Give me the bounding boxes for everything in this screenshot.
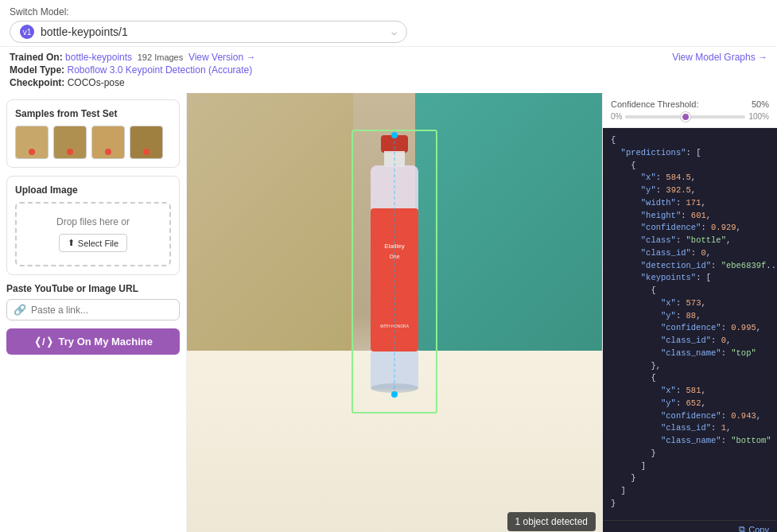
model-type: Model Type: Roboflow 3.0 Keypoint Detect… — [10, 64, 255, 76]
try-on-machine-button[interactable]: ❬/❭ Try On My Machine — [6, 328, 180, 355]
model-type-link[interactable]: Roboflow 3.0 Keypoint Detection (Accurat… — [67, 64, 252, 76]
view-version-link[interactable]: View Version → — [188, 52, 256, 63]
sidebar: Samples from Test Set Upload Image Drop … — [0, 93, 187, 532]
sample-thumb-2[interactable] — [53, 126, 87, 159]
drop-text: Drop files here or — [23, 216, 163, 227]
select-file-button[interactable]: ⬆ Select File — [59, 234, 127, 252]
version-badge: v1 — [20, 25, 34, 39]
url-input[interactable] — [31, 305, 173, 316]
checkpoint-value: COCOs-pose — [68, 77, 125, 88]
conf-slider-wrap: 0% 100% — [611, 112, 769, 121]
upload-title: Upload Image — [15, 184, 171, 196]
conf-track — [625, 115, 685, 118]
url-input-wrap: 🔗 — [6, 299, 180, 320]
link-icon: 🔗 — [14, 304, 26, 316]
upload-icon: ⬆ — [68, 238, 75, 248]
top-bar: Switch Model: v1 bottle-keypoints/1 ⌵ — [0, 0, 777, 47]
sample-thumb-1[interactable] — [15, 126, 49, 159]
image-count: 192 Images — [138, 52, 183, 62]
right-panel: Confidence Threshold: 50% 0% 100% { "pre… — [602, 93, 777, 532]
meta-section: Trained On: bottle-keypoints 192 Images … — [0, 47, 777, 93]
meta-left: Trained On: bottle-keypoints 192 Images … — [10, 52, 255, 88]
samples-title: Samples from Test Set — [15, 108, 171, 119]
switch-model-label: Switch Model: — [10, 6, 767, 17]
bottle-svg: Elailley One WITH HONORA bottle 93% — [351, 129, 438, 415]
try-btn-label: Try On My Machine — [59, 336, 153, 348]
drop-zone[interactable]: Drop files here or ⬆ Select File — [15, 202, 171, 266]
conf-value: 50% — [752, 99, 769, 109]
conf-slider[interactable] — [625, 115, 745, 118]
url-section: Paste YouTube or Image URL 🔗 — [6, 283, 180, 320]
conf-label: Confidence Threshold: — [611, 99, 698, 109]
model-selector[interactable]: v1 bottle-keypoints/1 ⌵ — [10, 21, 407, 43]
conf-thumb[interactable] — [681, 112, 690, 122]
checkpoint: Checkpoint: COCOs-pose — [10, 77, 255, 88]
copy-row: ⧉ Copy — [603, 520, 777, 532]
view-model-graphs-link[interactable]: View Model Graphs → — [672, 52, 767, 63]
trained-on: Trained On: bottle-keypoints 192 Images … — [10, 52, 255, 63]
conf-header: Confidence Threshold: 50% — [611, 99, 769, 109]
conf-max: 100% — [748, 112, 769, 121]
confidence-section: Confidence Threshold: 50% 0% 100% — [603, 93, 777, 128]
image-container: Elailley One WITH HONORA bottle 93% 1 ob… — [187, 93, 602, 532]
json-panel: { "predictions": [ { "x": 584.5, "y": 39… — [603, 128, 777, 520]
url-label: Paste YouTube or Image URL — [6, 283, 180, 294]
dataset-link[interactable]: bottle-keypoints — [65, 52, 132, 63]
conf-min: 0% — [611, 112, 622, 121]
chevron-down-icon: ⌵ — [391, 26, 397, 37]
center-panel: Elailley One WITH HONORA bottle 93% 1 ob… — [187, 93, 602, 532]
sample-thumb-3[interactable] — [91, 126, 125, 159]
sample-thumb-4[interactable] — [130, 126, 163, 159]
copy-button[interactable]: ⧉ Copy — [739, 524, 769, 532]
samples-grid — [15, 126, 171, 159]
main-content: Samples from Test Set Upload Image Drop … — [0, 93, 777, 532]
code-icon: ❬/❭ — [33, 336, 54, 348]
model-name: bottle-keypoints/1 — [41, 25, 391, 38]
bg-wall-left — [187, 93, 353, 359]
upload-section: Upload Image Drop files here or ⬆ Select… — [6, 176, 180, 275]
select-file-label: Select File — [78, 239, 118, 248]
copy-label: Copy — [748, 525, 769, 533]
status-bar: 1 object detected — [507, 512, 596, 531]
samples-section: Samples from Test Set — [6, 99, 180, 168]
copy-icon: ⧉ — [739, 524, 745, 532]
